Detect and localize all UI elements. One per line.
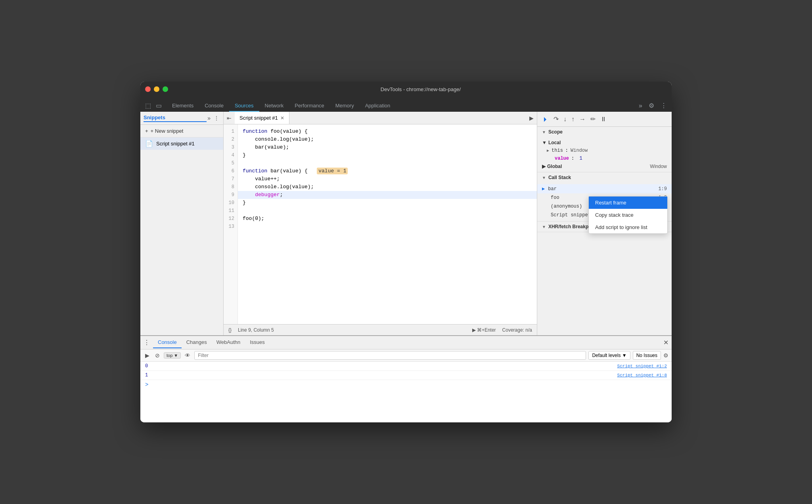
plus-icon: +	[145, 128, 148, 134]
line-number-2: 2	[227, 136, 236, 143]
tab-webauthn[interactable]: WebAuthn	[212, 337, 245, 348]
settings-icon[interactable]: ⚙	[647, 101, 656, 110]
bottom-tab-menu-icon[interactable]: ⋮	[144, 339, 150, 346]
tab-console[interactable]: Console	[199, 100, 229, 112]
more-icon[interactable]: ⋮	[659, 101, 668, 110]
code-line-2: console.log(value);	[238, 136, 537, 143]
call-stack-item-bar[interactable]: ▶ bar 1:9	[537, 184, 672, 193]
local-scope-header[interactable]: ▼ Local	[537, 139, 672, 147]
snippet-item[interactable]: 📄 Script snippet #1	[140, 137, 223, 150]
devtools-window: DevTools - chrome://new-tab-page/ ⬚ ▭ El…	[140, 82, 672, 422]
console-source-0[interactable]: Script snippet #1:2	[617, 364, 667, 368]
cursor-icon[interactable]: ⬚	[144, 101, 153, 110]
line-number-12: 12	[227, 215, 236, 223]
pause-on-exception-button[interactable]: ⏸	[598, 115, 609, 124]
context-menu-add-to-ignore[interactable]: Add script to ignore list	[589, 221, 667, 233]
line-number-8: 8	[227, 183, 236, 191]
minimize-button[interactable]	[154, 86, 159, 92]
code-line-7: value++;	[238, 175, 537, 183]
tab-sources[interactable]: Sources	[229, 100, 259, 112]
tab-application[interactable]: Application	[360, 100, 396, 112]
scope-section-content: ▼ Local ▶ this: Window value:	[537, 137, 672, 172]
line-numbers: 1 2 3 4 5 6 7 8 9 10 11 12 13	[224, 124, 238, 324]
code-line-10: }	[238, 199, 537, 207]
title-bar: DevTools - chrome://new-tab-page/	[140, 82, 672, 97]
editor-tab[interactable]: Script snippet #1 ✕	[235, 112, 289, 124]
snippet-file-icon: 📄	[145, 140, 153, 147]
tab-issues[interactable]: Issues	[245, 337, 270, 348]
coverage-status: Coverage: n/a	[502, 327, 532, 333]
new-snippet-label: + New snippet	[151, 128, 184, 134]
expand-arrow-icon: ▶	[547, 148, 549, 153]
run-button[interactable]: ▶ ⌘+Enter	[472, 327, 496, 333]
status-bar: {} Line 9, Column 5 ▶ ⌘+Enter Coverage: …	[224, 324, 537, 335]
editor-tabs: ⇤ Script snippet #1 ✕ ▶	[224, 112, 537, 124]
scope-this-item[interactable]: ▶ this: Window	[537, 147, 672, 155]
tab-elements[interactable]: Elements	[167, 100, 199, 112]
block-icon[interactable]: ⊘	[153, 351, 161, 359]
tab-memory[interactable]: Memory	[330, 100, 360, 112]
deactivate-breakpoints-icon[interactable]: ✏	[588, 114, 598, 124]
middle-panel: ⇤ Script snippet #1 ✕ ▶ 1 2 3 4 5 6	[224, 112, 537, 335]
tab-network[interactable]: Network	[259, 100, 289, 112]
snippets-tab[interactable]: Snippets	[144, 115, 207, 122]
step-into-button[interactable]: ↓	[561, 115, 569, 124]
content-area: Snippets » ⋮ + + New snippet 📄 Script sn…	[140, 112, 672, 335]
close-bottom-panel-icon[interactable]: ✕	[663, 339, 668, 346]
code-line-11	[238, 207, 537, 215]
chevron-right-icon[interactable]: »	[637, 101, 644, 110]
back-icon[interactable]: ⇤	[224, 113, 235, 123]
no-issues-button[interactable]: No Issues	[633, 351, 661, 360]
code-line-5	[238, 159, 537, 167]
context-menu-copy-stack-trace[interactable]: Copy stack trace	[589, 209, 667, 221]
scope-section: ▼ Scope ▼ Local ▶ this: Window	[537, 127, 672, 172]
format-icon[interactable]: {}	[228, 327, 232, 333]
clear-console-icon[interactable]: ▶	[144, 351, 151, 359]
prompt-icon: >	[145, 382, 148, 388]
step-button[interactable]: →	[577, 115, 588, 124]
new-snippet-button[interactable]: + + New snippet	[140, 125, 223, 137]
tab-changes[interactable]: Changes	[182, 337, 212, 348]
right-panel: ⏵ ↷ ↓ ↑ → ✏ ⏸ ▼ Scope	[537, 112, 672, 335]
close-button[interactable]	[145, 86, 151, 92]
active-frame-icon: ▶	[542, 186, 545, 192]
console-filter-input[interactable]	[194, 351, 586, 360]
left-panel-header: Snippets » ⋮	[140, 112, 223, 125]
close-icon[interactable]: ✕	[280, 115, 284, 121]
step-out-button[interactable]: ↑	[569, 115, 576, 124]
collapse-arrow-icon: ▼	[542, 130, 546, 134]
device-icon[interactable]: ▭	[154, 101, 163, 110]
tab-console-bottom[interactable]: Console	[153, 337, 182, 348]
line-number-9: 9	[227, 191, 236, 199]
step-over-button[interactable]: ↷	[552, 114, 561, 124]
eye-icon[interactable]: 👁	[183, 351, 192, 359]
code-line-3: bar(value);	[238, 143, 537, 151]
chevron-right-icon[interactable]: »	[207, 114, 211, 122]
line-number-4: 4	[227, 151, 236, 159]
bottom-panel: ⋮ Console Changes WebAuthn Issues ✕ ▶ ⊘ …	[140, 335, 672, 422]
default-levels-button[interactable]: Default levels ▼	[588, 351, 630, 360]
context-menu-restart-frame[interactable]: Restart frame	[589, 197, 667, 209]
run-icon[interactable]: ▶	[526, 113, 537, 123]
code-content: function foo(value) { console.log(value)…	[238, 124, 537, 324]
call-stack-header[interactable]: ▼ Call Stack	[537, 172, 672, 183]
top-tabs-right: » ⚙ ⋮	[637, 101, 668, 112]
call-stack-title: Call Stack	[548, 175, 571, 180]
line-number-5: 5	[227, 159, 236, 167]
tab-icons: ⬚ ▭	[144, 101, 163, 112]
console-source-1[interactable]: Script snippet #1:8	[617, 373, 667, 378]
console-settings-icon[interactable]: ⚙	[663, 352, 668, 359]
tab-performance[interactable]: Performance	[289, 100, 329, 112]
more-options-icon[interactable]: ⋮	[213, 114, 220, 122]
top-context-selector[interactable]: top ▼	[164, 352, 181, 359]
local-arrow-icon: ▼	[542, 140, 547, 145]
right-panel-container: ⏵ ↷ ↓ ↑ → ✏ ⏸ ▼ Scope	[537, 112, 672, 335]
scope-section-header[interactable]: ▼ Scope	[537, 127, 672, 137]
line-number-7: 7	[227, 175, 236, 183]
global-scope-header[interactable]: ▶ Global Window	[537, 162, 672, 170]
editor-tab-name: Script snippet #1	[239, 115, 278, 121]
xhr-arrow-icon: ▼	[542, 225, 546, 229]
resume-button[interactable]: ⏵	[540, 115, 551, 124]
maximize-button[interactable]	[163, 86, 168, 92]
console-prompt[interactable]: >	[140, 380, 672, 389]
